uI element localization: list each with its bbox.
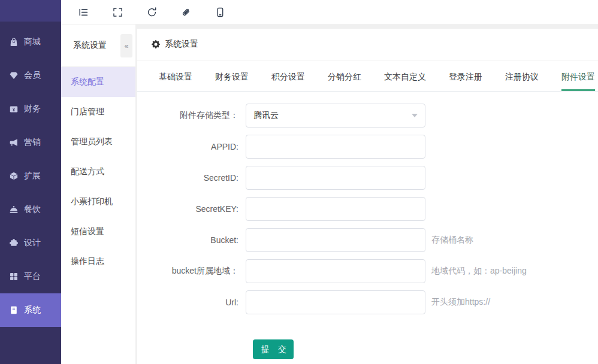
breadcrumb: 系统设置 bbox=[137, 29, 598, 60]
bucket-hint: 存储桶名称 bbox=[431, 235, 473, 245]
top-toolbar bbox=[61, 0, 598, 25]
fullscreen-icon bbox=[112, 7, 123, 18]
fullscreen-button[interactable] bbox=[111, 5, 124, 19]
main-nav: 商城 会员 财务 营销 扩展 bbox=[0, 25, 61, 327]
cloche-icon bbox=[8, 205, 19, 215]
tab-finance-settings[interactable]: 财务设置 bbox=[215, 60, 249, 91]
shopping-bag-icon bbox=[8, 37, 19, 47]
submenu-header: 系统设置 « bbox=[61, 25, 135, 67]
sidebar-item-design[interactable]: 设计 bbox=[0, 226, 61, 260]
secretid-label: SecretID: bbox=[137, 173, 246, 183]
sidebar-item-label: 设计 bbox=[24, 238, 41, 248]
secretkey-input[interactable] bbox=[246, 197, 425, 221]
main-content-wrapper: 系统设置 基础设置 财务设置 积分设置 分销分红 文本自定义 登录注册 注册协议… bbox=[135, 25, 598, 364]
mobile-preview-button[interactable] bbox=[213, 5, 226, 19]
sidebar-item-platform[interactable]: 平台 bbox=[0, 260, 61, 293]
form-row-bucket-region: bucket所属地域： 地域代码，如：ap-beijing bbox=[137, 259, 598, 283]
secretid-input[interactable] bbox=[246, 166, 425, 190]
form-row-storage-type: 附件存储类型： 腾讯云 bbox=[137, 104, 598, 128]
sidebar-item-member[interactable]: 会员 bbox=[0, 59, 61, 92]
sidebar-item-label: 平台 bbox=[24, 271, 41, 282]
tab-login-register[interactable]: 登录注册 bbox=[449, 60, 482, 91]
form-row-secretid: SecretID: bbox=[137, 166, 598, 190]
content-panel: 系统设置 基础设置 财务设置 积分设置 分销分红 文本自定义 登录注册 注册协议… bbox=[137, 29, 598, 364]
tab-points-settings[interactable]: 积分设置 bbox=[271, 60, 305, 91]
tab-basic-settings[interactable]: 基础设置 bbox=[159, 60, 192, 91]
tab-attachment-settings[interactable]: 附件设置 bbox=[561, 60, 595, 91]
sidebar-item-mall[interactable]: 商城 bbox=[0, 25, 61, 59]
puzzle-icon bbox=[8, 238, 19, 248]
refresh-button[interactable] bbox=[145, 5, 158, 19]
collapse-menu-icon bbox=[78, 7, 89, 18]
submenu-item-delivery-method[interactable]: 配送方式 bbox=[61, 157, 135, 187]
grid-icon bbox=[8, 272, 19, 282]
tab-register-agreement[interactable]: 注册协议 bbox=[505, 60, 539, 91]
megaphone-icon bbox=[8, 138, 19, 148]
chevron-down-icon bbox=[412, 114, 418, 117]
url-input[interactable] bbox=[246, 290, 425, 314]
submit-button[interactable]: 提 交 bbox=[253, 339, 294, 359]
sidebar-item-catering[interactable]: 餐饮 bbox=[0, 193, 61, 226]
form-row-appid: APPID: bbox=[137, 135, 598, 159]
gear-icon bbox=[152, 40, 160, 48]
bucket-region-hint: 地域代码，如：ap-beijing bbox=[431, 266, 527, 277]
sidebar-item-label: 餐饮 bbox=[24, 204, 41, 215]
sidebar-item-label: 营销 bbox=[24, 137, 41, 148]
storage-type-selected-value: 腾讯云 bbox=[253, 110, 279, 121]
submenu-item-operation-log[interactable]: 操作日志 bbox=[61, 247, 135, 277]
sidebar-item-label: 商城 bbox=[24, 37, 41, 47]
cube-icon bbox=[8, 171, 19, 181]
tablet-icon bbox=[8, 305, 19, 316]
form-row-url: Url: 开头须加https:// bbox=[137, 290, 598, 314]
submenu-title: 系统设置 bbox=[73, 40, 107, 51]
attachment-settings-form: 附件存储类型： 腾讯云 APPID: SecretID: bbox=[137, 92, 598, 359]
submenu-collapse-button[interactable]: « bbox=[120, 34, 132, 57]
tab-text-customization[interactable]: 文本自定义 bbox=[384, 60, 426, 91]
sidebar-item-label: 财务 bbox=[24, 104, 41, 114]
secretkey-label: SecretKEY: bbox=[137, 204, 246, 214]
submenu-item-store-management[interactable]: 门店管理 bbox=[61, 97, 135, 127]
sidebar-item-label: 系统 bbox=[24, 305, 41, 316]
submenu-item-admin-list[interactable]: 管理员列表 bbox=[61, 127, 135, 157]
link-button[interactable] bbox=[179, 5, 192, 19]
page-title: 系统设置 bbox=[165, 39, 198, 50]
submenu-item-sms-settings[interactable]: 短信设置 bbox=[61, 217, 135, 247]
sidebar-item-system[interactable]: 系统 bbox=[0, 293, 61, 327]
form-row-bucket: Bucket: 存储桶名称 bbox=[137, 228, 598, 252]
sidebar-item-label: 扩展 bbox=[24, 171, 41, 181]
sidebar-item-label: 会员 bbox=[24, 70, 41, 81]
storage-type-label: 附件存储类型： bbox=[137, 110, 246, 121]
bucket-input[interactable] bbox=[246, 228, 425, 252]
gem-icon bbox=[8, 71, 19, 81]
paperclip-icon bbox=[180, 7, 192, 18]
refresh-icon bbox=[146, 7, 158, 18]
appid-label: APPID: bbox=[137, 142, 246, 151]
logo-block bbox=[0, 0, 61, 22]
bucket-label: Bucket: bbox=[137, 235, 246, 245]
bucket-region-input[interactable] bbox=[246, 259, 425, 283]
tab-distribution-dividend[interactable]: 分销分红 bbox=[328, 60, 361, 91]
bucket-region-label: bucket所属地域： bbox=[137, 266, 246, 277]
submenu-item-receipt-printer[interactable]: 小票打印机 bbox=[61, 187, 135, 217]
collapse-menu-button[interactable] bbox=[77, 5, 90, 19]
sidebar-item-marketing[interactable]: 营销 bbox=[0, 126, 61, 159]
wallet-icon bbox=[8, 104, 19, 114]
submenu-item-system-config[interactable]: 系统配置 bbox=[61, 67, 135, 97]
submenu-sidebar: 系统设置 « 系统配置 门店管理 管理员列表 配送方式 小票打印机 短信设置 操… bbox=[61, 25, 135, 364]
mobile-icon bbox=[215, 7, 226, 18]
settings-tabs: 基础设置 财务设置 积分设置 分销分红 文本自定义 登录注册 注册协议 附件设置 bbox=[137, 60, 598, 92]
right-column: 系统设置 « 系统配置 门店管理 管理员列表 配送方式 小票打印机 短信设置 操… bbox=[61, 0, 598, 364]
appid-input[interactable] bbox=[246, 135, 425, 159]
work-area: 系统设置 « 系统配置 门店管理 管理员列表 配送方式 小票打印机 短信设置 操… bbox=[61, 25, 598, 364]
main-sidebar: 商城 会员 财务 营销 扩展 bbox=[0, 0, 61, 364]
sidebar-item-extension[interactable]: 扩展 bbox=[0, 159, 61, 193]
storage-type-select[interactable]: 腾讯云 bbox=[246, 104, 425, 128]
sidebar-item-finance[interactable]: 财务 bbox=[0, 92, 61, 126]
url-hint: 开头须加https:// bbox=[431, 297, 490, 308]
url-label: Url: bbox=[137, 298, 246, 307]
form-row-secretkey: SecretKEY: bbox=[137, 197, 598, 221]
